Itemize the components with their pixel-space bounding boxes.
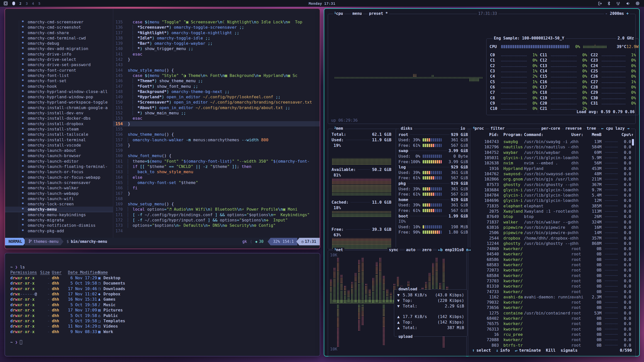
file-item[interactable]: *omarchy-hyprland-window-pop: [5, 94, 113, 100]
per-core-button[interactable]: per-core: [540, 126, 561, 131]
bluetooth-icon[interactable]: [607, 1, 611, 6]
proc-row[interactable]: 79032kworker/root0B0.0: [469, 300, 634, 305]
proc-row[interactable]: 12244ghostty/usr/bin/ghostty --gtk-dhh86…: [469, 241, 634, 246]
proc-row[interactable]: 104752waybar/usr/bin/waybardhh69M0.0: [469, 150, 634, 155]
logout-icon[interactable]: [598, 2, 602, 6]
proc-row[interactable]: 2544dropbox/home/dhh/.dropbox-distdhh357…: [469, 235, 634, 241]
auto-button[interactable]: auto: [405, 247, 417, 252]
filter-button[interactable]: filter: [489, 126, 506, 131]
proc-row[interactable]: 68584kworker/root0B0.0: [469, 273, 634, 278]
proc-row[interactable]: 76313kworker/root0B0.0: [469, 327, 634, 332]
file-item[interactable]: *omarchy-install-terminal: [5, 137, 113, 143]
proc-row[interactable]: 71835elephantelephantdhh385M0.0: [469, 203, 634, 209]
proc-row[interactable]: 102638nvimnvim --embed .dhh56M0.0: [469, 160, 634, 166]
file-item[interactable]: *omarchy-hook: [5, 84, 113, 89]
update-interval[interactable]: - 2000ms +: [604, 11, 630, 16]
proc-row[interactable]: 63816pipewire/usr/bin/pipewiredhh16M0.0: [469, 225, 634, 230]
file-item[interactable]: *omarchy-launch-webapp: [5, 191, 113, 196]
file-item[interactable]: *omarchy-hyprland-workspace-toggle: [5, 100, 113, 105]
file-item[interactable]: *omarchy-font-current: [5, 68, 113, 73]
code-pane[interactable]: 135 case $(menu "Toggle" "▣ Screensaver\…: [113, 9, 320, 238]
proc-row[interactable]: 73656kworker/root0B0.0: [469, 305, 634, 310]
reverse-button[interactable]: reverse: [564, 126, 583, 131]
file-item[interactable]: *omarchy-font-set: [5, 78, 113, 83]
file-item[interactable]: *omarchy-debug: [5, 41, 113, 46]
volume-icon[interactable]: [626, 2, 630, 6]
workspace-1-active[interactable]: [12, 2, 15, 5]
tree-button[interactable]: tree: [585, 126, 597, 131]
proc-row[interactable]: 104743swaybg/usr/bin/swaybg -i /homdhh13…: [469, 139, 634, 144]
proc-row[interactable]: 104784glycin-i/usr/lib/glycin-loadersdhh…: [469, 193, 634, 198]
preset-button[interactable]: preset *: [368, 11, 389, 16]
proc-footer-key[interactable]: ↵terminate: [515, 348, 541, 353]
file-item[interactable]: *omarchy-launch-browser: [5, 153, 113, 158]
proc-row[interactable]: 76575kworker/root0B0.0: [469, 321, 634, 326]
proc-row[interactable]: 68583kworker/root0B0.0: [469, 262, 634, 267]
file-item[interactable]: *omarchy-install-dev-env: [5, 110, 113, 116]
proc-footer-key[interactable]: Kill: [546, 348, 556, 353]
proc-row[interactable]: 104762swayosd-/usr/bin/swayosd-serverdhh…: [469, 171, 634, 176]
file-item[interactable]: *omarchy-migrate: [5, 217, 113, 223]
file-item[interactable]: *omarchy-menu-keybindings: [5, 212, 113, 217]
proc-row[interactable]: 71837walker/usr/bin/walker --gappldhh324…: [469, 219, 634, 225]
workspace-5[interactable]: 5: [38, 2, 40, 6]
file-item[interactable]: *omarchy-launch-or-focus-webapp: [5, 175, 113, 180]
file-item[interactable]: *omarchy-launch-or-focus: [5, 169, 113, 174]
io-mode-button[interactable]: io: [459, 126, 466, 131]
screen-share-icon[interactable]: [3, 1, 8, 6]
interface-switcher[interactable]: ←b enp191s0 n→: [437, 247, 472, 252]
file-item[interactable]: *omarchy-pkg-add: [5, 228, 113, 234]
proc-row[interactable]: 2075XwaylandXwayland :1 -rootless -dhh11…: [469, 209, 634, 214]
proc-row[interactable]: 102796nautilus/usr/bin/nautilus --newdhh…: [469, 144, 634, 150]
file-item[interactable]: *omarchy-drive-info: [5, 52, 113, 57]
file-item[interactable]: *omarchy-install-vscode: [5, 143, 113, 148]
proc-row[interactable]: 102866org.gnom/usr/bin/gjs /usr/lib/odhh…: [469, 176, 634, 182]
proc-row[interactable]: 1275containe/usr/bin/containerdroot53M0.…: [469, 310, 634, 316]
file-item[interactable]: *omarchy-menu: [5, 207, 113, 212]
file-list-pane[interactable]: *omarchy-cmd-screensaver*omarchy-cmd-scr…: [5, 9, 113, 237]
menu-button[interactable]: menu: [351, 11, 363, 16]
proc-row[interactable]: 2506pipewire/usr/bin/pipewire-pulsedhh14…: [469, 230, 634, 235]
proc-row[interactable]: 105031glycin-i/usr/lib/glycin-loadersdhh…: [469, 155, 634, 160]
proc-footer-key[interactable]: ↑select: [472, 348, 491, 353]
proc-row[interactable]: 1162avahi-daavahi-daemon: running [avahi…: [469, 294, 634, 300]
proc-row[interactable]: 73703kworker/root0B0.0: [469, 278, 634, 284]
file-item[interactable]: *omarchy-notification-dismiss: [5, 223, 113, 228]
workspace-2[interactable]: 2: [19, 2, 21, 6]
file-item[interactable]: *omarchy-dev-add-migration: [5, 46, 113, 51]
file-item[interactable]: *omarchy-launch-wifi: [5, 196, 113, 201]
sort-selector[interactable]: ← cpu lazy →: [600, 126, 631, 131]
proc-row[interactable]: 68402kworker/root0B0.0: [469, 316, 634, 321]
proc-row[interactable]: 94540kworker/root0B0.0: [469, 251, 634, 257]
proc-row[interactable]: 72073kworker/root0B0.0: [469, 267, 634, 273]
shell-prompt-active[interactable]: ~ ❯: [10, 340, 320, 345]
proc-footer-key[interactable]: ↓info: [496, 348, 510, 353]
proc-scrollbar[interactable]: [632, 139, 634, 146]
file-item[interactable]: *omarchy-install-tailscale: [5, 132, 113, 137]
proc-row[interactable]: 81310kworker/root0B0.0: [469, 284, 634, 289]
file-item[interactable]: *omarchy-launch-about: [5, 148, 113, 153]
cpu-icon[interactable]: [635, 1, 640, 6]
file-item[interactable]: *omarchy-launch-walker: [5, 185, 113, 191]
proc-row[interactable]: 74733kworker/root0B0.0: [469, 289, 634, 294]
proc-row[interactable]: 1916HyprlandHyprlanddhh453M0.0: [469, 166, 634, 171]
zero-button[interactable]: zero: [421, 247, 433, 252]
file-item[interactable]: *omarchy-launch-floating-terminal-: [5, 164, 113, 169]
proc-footer-key[interactable]: signals: [560, 348, 577, 353]
proc-row[interactable]: 87649btopbtopdhh26M0.0: [469, 214, 634, 219]
file-item[interactable]: *omarchy-font-list: [5, 73, 113, 78]
file-item[interactable]: *omarchy-launch-screensaver: [5, 180, 113, 185]
workspace-3[interactable]: 3: [26, 2, 28, 6]
proc-row[interactable]: 74869kworker/root0B0.0: [469, 246, 634, 251]
file-item[interactable]: *omarchy-drive-select: [5, 57, 113, 62]
file-item[interactable]: *omarchy-cmd-screenshot: [5, 25, 113, 30]
file-item[interactable]: *omarchy-cmd-share: [5, 30, 113, 35]
file-item[interactable]: *omarchy-launch-editor: [5, 159, 113, 164]
file-item[interactable]: *omarchy-install-dropbox: [5, 121, 113, 126]
proc-row[interactable]: 103684glycin-i/usr/lib/glycin-loadersdhh…: [469, 187, 634, 193]
file-item[interactable]: *omarchy-install-chromium-google-a: [5, 105, 113, 110]
proc-row[interactable]: 803btrfs-trroot0B0.0: [469, 342, 634, 348]
file-item[interactable]: *omarchy-lock-screen: [5, 201, 113, 207]
terminal-window[interactable]: ~ ❯ lsPermissionsSizeUserDate ModifiedNa…: [5, 253, 320, 356]
file-item[interactable]: *omarchy-cmd-terminal-cwd: [5, 35, 113, 41]
